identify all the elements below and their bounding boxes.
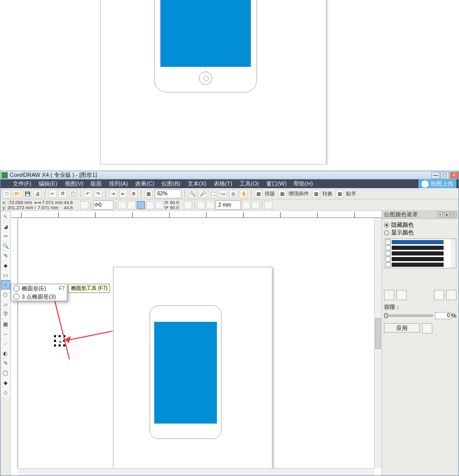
group-convert[interactable]: ▦转换 <box>312 190 334 198</box>
swatch-scroll[interactable] <box>451 239 456 268</box>
ellipse-tool-flyout[interactable]: 椭圆形(E) F7 3 点椭圆形(3) <box>11 284 67 301</box>
zoom-page-button[interactable]: ▭ <box>219 190 227 198</box>
fill-tool[interactable]: ◆ <box>1 378 10 387</box>
undo-button[interactable]: ↶ <box>84 190 92 198</box>
menu-bitmap[interactable]: 位图(B) <box>158 179 183 188</box>
apply-button[interactable]: 应用 <box>384 323 420 333</box>
save-button[interactable]: 💾 <box>23 190 31 198</box>
swatch-checkbox[interactable] <box>385 257 391 262</box>
swatch-checkbox[interactable] <box>385 251 391 256</box>
zoom-in-button[interactable]: 🔍 <box>188 190 196 198</box>
swatch-row[interactable]: 0 <box>384 250 456 256</box>
pie-mode-button[interactable] <box>146 201 154 209</box>
edit-color-button[interactable] <box>396 290 407 300</box>
remove-mask-button[interactable] <box>422 323 432 334</box>
menu-file[interactable]: 文件(F) <box>10 179 34 188</box>
table-tool[interactable]: ▦ <box>1 319 10 328</box>
cut-button[interactable]: ✂ <box>48 190 57 198</box>
freehand-tool[interactable]: ✎ <box>1 251 10 260</box>
zoom-fit-button[interactable]: ⛶ <box>209 190 217 198</box>
open-mask-button[interactable] <box>446 290 456 300</box>
selected-object[interactable]: ✕ <box>54 335 65 346</box>
minimize-button[interactable]: — <box>431 172 440 179</box>
color-swatch[interactable] <box>392 240 444 244</box>
to-curves-button[interactable] <box>242 201 250 209</box>
scrollbar-thumb[interactable] <box>375 318 381 349</box>
rectangle-tool[interactable]: ▭ <box>1 270 10 280</box>
zoom-selection-button[interactable]: ◎ <box>229 190 237 198</box>
menu-help[interactable]: 帮助(H) <box>290 179 316 188</box>
new-button[interactable]: □ <box>3 190 11 198</box>
swatch-row[interactable]: 0 <box>384 239 456 245</box>
vertical-scrollbar[interactable] <box>374 218 381 468</box>
menu-text[interactable]: 文本(X) <box>185 179 210 188</box>
close-button[interactable]: × <box>450 172 458 179</box>
color-swatch[interactable] <box>392 251 444 255</box>
tolerance-slider[interactable] <box>384 315 433 317</box>
eyedropper-button[interactable] <box>384 290 394 300</box>
app-launcher-button[interactable]: ▦ <box>144 190 153 198</box>
menu-edit[interactable]: 编辑(E) <box>35 179 61 188</box>
options-button[interactable]: ⚙ <box>130 190 138 198</box>
horizontal-scrollbar[interactable] <box>18 468 374 475</box>
text-tool[interactable]: 字 <box>1 309 10 319</box>
color-swatch[interactable] <box>392 263 444 267</box>
print-button[interactable]: 🖨 <box>33 190 42 198</box>
swatch-row[interactable]: 0 <box>384 245 456 250</box>
direction-button[interactable] <box>184 201 192 209</box>
color-swatch[interactable] <box>392 257 444 261</box>
eyedropper-tool[interactable]: ✎ <box>1 358 10 368</box>
horizontal-ruler[interactable]: -100-50050100150200250300350 <box>11 211 381 218</box>
group-plugin[interactable]: ▦增强插件 <box>278 190 310 198</box>
pan-button[interactable]: ✋ <box>240 190 248 198</box>
menu-table[interactable]: 表格(T) <box>211 179 235 188</box>
outline-tool[interactable]: ◯ <box>1 368 10 377</box>
swatch-row[interactable]: 0 <box>384 262 456 267</box>
zoom-out-button[interactable]: 🔎 <box>198 190 207 198</box>
zoom-level-select[interactable]: 62% <box>155 189 181 198</box>
target-button[interactable] <box>264 201 272 209</box>
pick-tool[interactable]: ↖ <box>1 212 10 221</box>
docker-title-bar[interactable]: 位图颜色遮罩 « ▸ × <box>382 211 458 219</box>
interactive-fill-tool[interactable]: ◇ <box>1 388 10 397</box>
rotation-input[interactable]: ⟳0 <box>93 200 114 210</box>
save-mask-button[interactable] <box>434 290 444 300</box>
connector-tool[interactable]: ⟋ <box>1 339 10 348</box>
menu-view[interactable]: 视图(V) <box>62 179 87 188</box>
swatch-checkbox[interactable] <box>385 245 391 250</box>
dimension-tool[interactable]: ↔ <box>1 329 10 338</box>
group-snap[interactable]: ▦贴齐 <box>336 190 357 198</box>
docker-close-icon[interactable]: × <box>451 212 456 217</box>
phone-screen-rect[interactable] <box>154 322 217 424</box>
crop-tool[interactable]: ✂ <box>1 231 10 241</box>
to-front-button[interactable] <box>206 201 214 209</box>
import-button[interactable]: ⇥ <box>109 190 117 198</box>
mirror-v-button[interactable] <box>127 201 136 209</box>
polygon-tool[interactable]: ⬠ <box>1 290 10 299</box>
radio-hide-colors[interactable]: 隐藏颜色 <box>384 221 456 229</box>
menu-layout[interactable]: 版面 <box>87 179 105 188</box>
shape-tool[interactable]: ◢ <box>1 222 10 231</box>
radio-show-colors[interactable]: 显示颜色 <box>384 229 456 236</box>
redo-button[interactable]: ↷ <box>94 190 102 198</box>
paste-button[interactable]: 📋 <box>69 190 77 198</box>
drawing-canvas[interactable]: ✕ <box>18 218 374 468</box>
smart-fill-tool[interactable]: ◆ <box>1 261 10 270</box>
swatch-checkbox[interactable] <box>385 240 391 245</box>
docker-menu-icon[interactable]: ▸ <box>444 212 450 217</box>
maximize-button[interactable]: □ <box>440 172 449 179</box>
upload-button[interactable]: 拍照上传 <box>418 179 456 188</box>
flyout-3pt-ellipse[interactable]: 3 点椭圆形(3) <box>11 292 67 301</box>
arc-mode-button[interactable] <box>155 201 163 209</box>
menu-tools[interactable]: 工具(O) <box>236 179 262 188</box>
wrap-text-button[interactable] <box>197 201 205 209</box>
convert-button[interactable] <box>251 201 260 209</box>
interactive-tool[interactable]: ◐ <box>1 349 10 358</box>
ellipse-tool[interactable]: ○ <box>1 280 10 289</box>
menu-effects[interactable]: 效果(C) <box>132 179 157 188</box>
menu-arrange[interactable]: 排列(A) <box>106 179 131 188</box>
tolerance-input[interactable]: 0 <box>435 312 451 319</box>
color-swatch-list[interactable]: 0 0 0 0 <box>384 239 456 268</box>
swatch-row[interactable]: 0 <box>384 256 456 262</box>
lock-ratio-button[interactable] <box>80 201 88 209</box>
